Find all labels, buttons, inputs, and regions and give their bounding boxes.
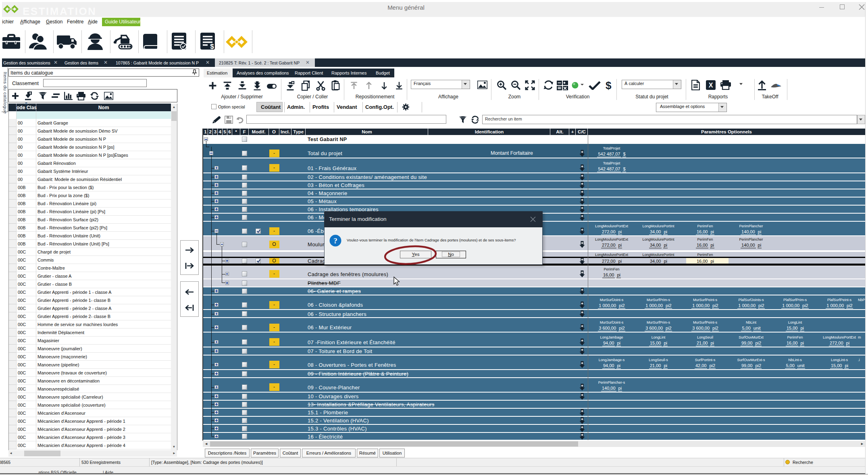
- svg-text:x: x: [44, 94, 46, 98]
- svg-text:?: ?: [333, 237, 337, 245]
- svg-text:$: $: [210, 43, 214, 50]
- svg-text:x: x: [464, 118, 466, 122]
- svg-text:X: X: [709, 82, 713, 89]
